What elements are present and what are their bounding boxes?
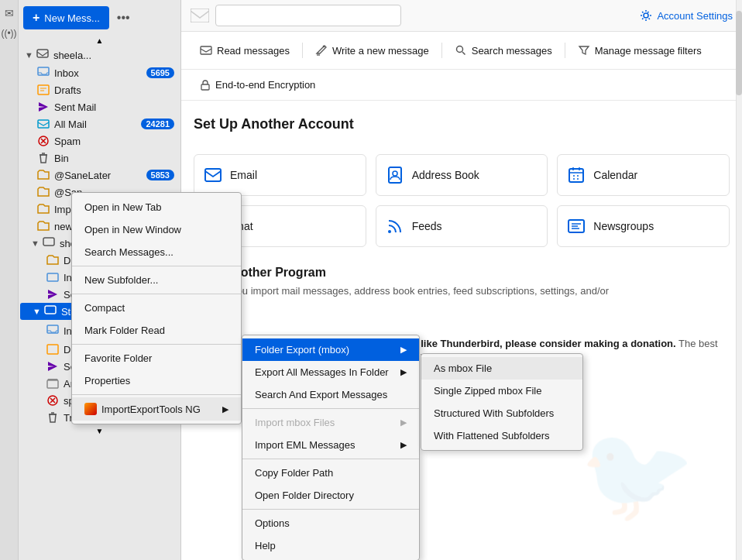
address-book-card-label: Address Book: [412, 169, 479, 181]
feeds-card-label: Feeds: [412, 220, 442, 232]
submenu-open-dir[interactable]: Open Folder Directory: [242, 484, 419, 507]
sent2-icon: [46, 360, 59, 373]
context-sep-3: [72, 344, 241, 345]
context-menu: Open in New Tab Open in New Window Searc…: [71, 192, 242, 424]
account-arrow-1: ▼: [25, 50, 33, 60]
action-sep-2: [441, 43, 442, 58]
context-new-subfolder[interactable]: New Subfolder...: [72, 269, 241, 291]
read-messages-button[interactable]: Read messages: [194, 41, 296, 60]
write-message-button[interactable]: Write a new message: [309, 41, 435, 60]
context-properties[interactable]: Properties: [72, 369, 241, 392]
about-title: About: [194, 317, 730, 331]
more-options-button[interactable]: •••: [112, 8, 135, 28]
context-import-export-tools[interactable]: ImportExportTools NG ▶: [72, 397, 241, 421]
context-open-new-tab[interactable]: Open in New Tab: [72, 196, 241, 218]
drafts2-icon: [46, 343, 59, 356]
submenu-mbox-options: As mbox File Single Zipped mbox File Str…: [421, 353, 583, 451]
sidebar-item-all-mail[interactable]: All Mail 24281: [19, 115, 180, 132]
se2-folder-icon: [46, 288, 59, 301]
submenu2-as-mbox[interactable]: As mbox File: [421, 357, 582, 380]
submenu2-flattened[interactable]: With Flattened Subfolders: [421, 424, 582, 447]
manage-filters-button[interactable]: Manage message filters: [572, 41, 708, 60]
sidebar-item-inbox[interactable]: Inbox 5695: [19, 64, 180, 81]
feature-card-calendar[interactable]: Calendar: [557, 154, 730, 196]
import-text: bird lets you import mail messages, addr…: [194, 284, 730, 298]
sidebar-item-bin[interactable]: Bin: [19, 149, 180, 167]
submenu-copy-path[interactable]: Copy Folder Path: [242, 462, 419, 484]
svg-rect-2: [38, 85, 49, 94]
encryption-button[interactable]: End-to-end Encryption: [194, 76, 321, 94]
svg-rect-16: [201, 84, 209, 90]
search-messages-button[interactable]: Search messages: [448, 41, 558, 60]
main-header: Account Settings: [181, 0, 742, 32]
context-open-new-window[interactable]: Open in New Window: [72, 218, 241, 241]
context-favorite-folder[interactable]: Favorite Folder: [72, 347, 241, 369]
activity-chat-icon[interactable]: ((•)): [2, 26, 16, 40]
account-arrow-3: ▼: [33, 307, 41, 316]
main-scrollbar-thumb[interactable]: [736, 11, 742, 94]
feature-card-newsgroups[interactable]: Newsgroups: [557, 205, 730, 247]
context-search-messages[interactable]: Search Messages...: [72, 241, 241, 263]
spam2-icon: [46, 394, 59, 407]
inbox-label: Inbox: [54, 67, 143, 79]
sanelater-label: @SaneLater: [54, 170, 143, 181]
feature-card-email[interactable]: Email: [194, 154, 366, 196]
account-icon-1: [36, 49, 49, 61]
svg-point-19: [393, 171, 397, 176]
import-title: from Another Program: [194, 266, 730, 280]
all-mail-label: All Mail: [54, 119, 138, 130]
help-label: Help: [255, 540, 276, 551]
new-message-button[interactable]: + New Mess...: [23, 6, 109, 29]
feature-card-address-book[interactable]: Address Book: [376, 154, 548, 196]
submenu-sep-1: [242, 408, 419, 409]
scroll-down-arrow[interactable]: ▼: [19, 426, 180, 436]
import-mbox-label: Import mbox Files: [255, 417, 335, 428]
submenu-import-mbox[interactable]: Import mbox Files ▶: [242, 411, 419, 434]
context-mark-folder-read[interactable]: Mark Folder Read: [72, 319, 241, 342]
submenu-options[interactable]: Options: [242, 512, 419, 534]
submenu-sep-2: [242, 459, 419, 459]
feature-grid: Email Address Book Calendar: [181, 154, 742, 259]
sanelater-badge: 5853: [146, 170, 174, 180]
new-folder-icon: [37, 220, 50, 232]
svg-point-15: [456, 46, 462, 53]
drafts-label: Drafts: [54, 84, 174, 96]
spam-label: Spam: [54, 136, 174, 147]
import-section: from Another Program bird lets you impor…: [181, 259, 742, 304]
sidebar-item-sent[interactable]: Sent Mail: [19, 98, 180, 115]
options-label: Options: [255, 517, 290, 529]
copy-path-label: Copy Folder Path: [255, 467, 333, 479]
activity-mail-icon[interactable]: ✉: [2, 6, 16, 20]
folder-export-arrow: ▶: [400, 345, 407, 355]
context-sep-4: [72, 394, 241, 395]
sidebar-item-drafts[interactable]: Drafts: [19, 81, 180, 98]
open-dir-label: Open Folder Directory: [255, 490, 354, 501]
sidebar-toolbar: + New Mess... •••: [19, 0, 180, 36]
account-item-1[interactable]: ▼ sheela...: [19, 46, 180, 64]
svg-point-13: [644, 13, 648, 18]
feature-card-feeds[interactable]: Feeds: [376, 205, 548, 247]
svg-rect-5: [43, 238, 54, 246]
submenu-import-eml[interactable]: Import EML Messages ▶: [242, 434, 419, 456]
submenu2-structured[interactable]: Structured With Subfolders: [421, 402, 582, 424]
sent-icon: [37, 101, 50, 113]
setup-title: Set Up Another Account: [194, 116, 730, 132]
submenu-folder-export[interactable]: Folder Export (mbox) ▶: [242, 338, 419, 361]
sidebar-item-spam[interactable]: Spam: [19, 132, 180, 149]
submenu2-single-zip[interactable]: Single Zipped mbox File: [421, 380, 582, 402]
new-message-label: New Mess...: [44, 12, 100, 24]
scroll-up-arrow[interactable]: ▲: [19, 36, 180, 46]
submenu-sep-3: [242, 509, 419, 510]
newsgroups-card-icon: [567, 217, 586, 235]
submenu-export-all[interactable]: Export All Messages In Folder ▶: [242, 361, 419, 383]
account-settings-button[interactable]: Account Settings: [640, 9, 733, 22]
context-compact[interactable]: Compact: [72, 297, 241, 319]
main-scrollbar[interactable]: [736, 0, 742, 560]
submenu-help[interactable]: Help: [242, 534, 419, 557]
submenu-search-export[interactable]: Search And Export Messages: [242, 383, 419, 406]
sidebar-item-sanelater[interactable]: @SaneLater 5853: [19, 167, 180, 184]
read-messages-icon: [200, 44, 212, 57]
svg-rect-20: [569, 169, 583, 182]
gear-icon: [640, 9, 652, 22]
inbox-icon: [37, 67, 50, 79]
